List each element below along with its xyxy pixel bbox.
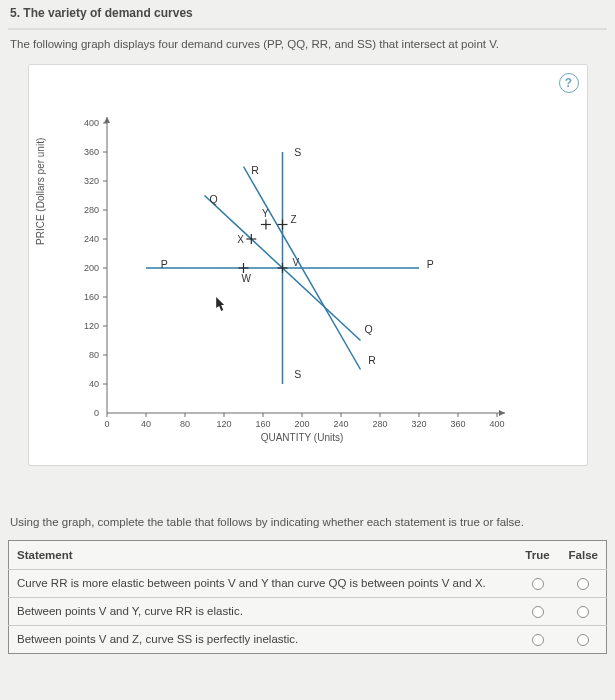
col-false: False [561, 541, 607, 570]
section-heading: 5. The variety of demand curves [8, 0, 607, 30]
table-row: Between points V and Z, curve SS is perf… [9, 625, 607, 653]
svg-text:320: 320 [411, 419, 426, 429]
svg-text:400: 400 [489, 419, 504, 429]
svg-text:160: 160 [83, 292, 98, 302]
svg-text:P: P [426, 258, 433, 270]
svg-text:80: 80 [179, 419, 189, 429]
svg-text:Y: Y [261, 208, 268, 219]
svg-text:R: R [251, 164, 259, 176]
col-statement: Statement [9, 541, 515, 570]
statement-cell: Curve RR is more elastic between points … [9, 570, 515, 598]
svg-text:240: 240 [333, 419, 348, 429]
svg-text:W: W [241, 273, 251, 284]
statement-cell: Between points V and Y, curve RR is elas… [9, 597, 515, 625]
svg-text:80: 80 [88, 350, 98, 360]
statements-table: Statement True False Curve RR is more el… [8, 540, 607, 654]
radio-false[interactable] [577, 606, 589, 618]
svg-text:Z: Z [290, 214, 296, 225]
svg-text:S: S [294, 146, 301, 158]
svg-text:280: 280 [83, 205, 98, 215]
true-cell [515, 625, 561, 653]
svg-text:120: 120 [83, 321, 98, 331]
svg-text:400: 400 [83, 118, 98, 128]
true-cell [515, 597, 561, 625]
svg-text:Q: Q [209, 193, 217, 205]
false-cell [561, 625, 607, 653]
radio-true[interactable] [532, 634, 544, 646]
svg-text:40: 40 [140, 419, 150, 429]
y-axis-label: PRICE (Dollars per unit) [35, 138, 46, 245]
svg-text:200: 200 [83, 263, 98, 273]
svg-text:Q: Q [364, 323, 372, 335]
svg-text:0: 0 [104, 419, 109, 429]
svg-text:160: 160 [255, 419, 270, 429]
false-cell [561, 570, 607, 598]
svg-text:240: 240 [83, 234, 98, 244]
svg-text:360: 360 [83, 147, 98, 157]
radio-true[interactable] [532, 578, 544, 590]
svg-text:200: 200 [294, 419, 309, 429]
svg-text:R: R [368, 354, 376, 366]
svg-text:V: V [292, 257, 299, 268]
table-row: Curve RR is more elastic between points … [9, 570, 607, 598]
svg-text:QUANTITY (Units): QUANTITY (Units) [260, 432, 343, 443]
svg-text:320: 320 [83, 176, 98, 186]
radio-false[interactable] [577, 634, 589, 646]
graph-card: ? PRICE (Dollars per unit) 0408012016020… [28, 64, 588, 466]
svg-text:P: P [160, 258, 167, 270]
svg-text:280: 280 [372, 419, 387, 429]
statement-cell: Between points V and Z, curve SS is perf… [9, 625, 515, 653]
true-cell [515, 570, 561, 598]
radio-false[interactable] [577, 578, 589, 590]
help-icon[interactable]: ? [559, 73, 579, 93]
svg-text:360: 360 [450, 419, 465, 429]
svg-text:S: S [294, 368, 301, 380]
chart-svg: 0408012016020024028032036040040801201602… [57, 113, 517, 453]
intro-text: The following graph displays four demand… [8, 38, 607, 64]
svg-text:X: X [237, 234, 244, 245]
svg-text:120: 120 [216, 419, 231, 429]
false-cell [561, 597, 607, 625]
radio-true[interactable] [532, 606, 544, 618]
chart: 0408012016020024028032036040040801201602… [57, 113, 517, 453]
instructions-text: Using the graph, complete the table that… [8, 482, 607, 540]
svg-text:40: 40 [88, 379, 98, 389]
table-row: Between points V and Y, curve RR is elas… [9, 597, 607, 625]
col-true: True [515, 541, 561, 570]
svg-text:0: 0 [93, 408, 98, 418]
